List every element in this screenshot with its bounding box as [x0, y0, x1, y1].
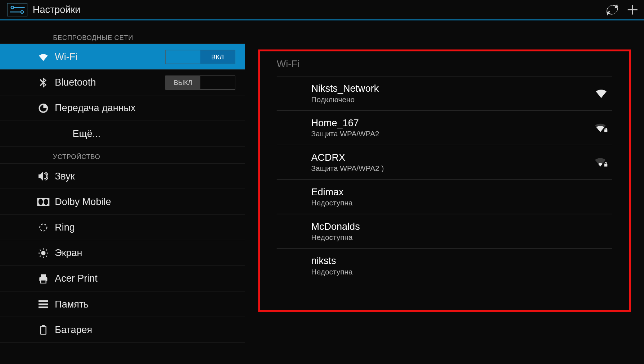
page-title: Настройки — [33, 4, 80, 15]
network-row[interactable]: ACDRX Защита WPA/WPA2 ) — [277, 145, 612, 180]
network-status: Подключено — [311, 95, 593, 104]
wifi-signal-locked-icon — [593, 123, 610, 133]
svg-rect-27 — [605, 128, 607, 130]
sidebar-item-label: Ring — [55, 222, 75, 233]
svg-point-8 — [40, 224, 47, 231]
wifi-signal-locked-icon — [593, 158, 610, 167]
sidebar-item-wifi[interactable]: Wi-Fi ВЫКЛ ВКЛ — [0, 44, 245, 70]
bluetooth-icon — [37, 76, 49, 88]
section-header-wireless: БЕСПРОВОДНЫЕ СЕТИ — [0, 33, 245, 44]
svg-line-15 — [46, 255, 47, 256]
network-name: niksts — [311, 255, 612, 267]
ring-icon — [37, 221, 49, 233]
brightness-icon — [37, 247, 49, 259]
section-header-device: УСТРОЙСТВО — [0, 153, 245, 163]
sidebar-item-bluetooth[interactable]: Bluetooth ВЫКЛ ВКЛ — [0, 70, 245, 95]
sidebar-item-label: Acer Print — [55, 273, 98, 284]
svg-point-0 — [11, 6, 14, 9]
sidebar-item-label: Ещё... — [72, 128, 100, 140]
sidebar-item-dolby[interactable]: Dolby Mobile — [0, 189, 245, 215]
panel-title: Wi-Fi — [277, 54, 612, 77]
printer-icon — [37, 272, 49, 285]
sidebar-item-label: Bluetooth — [55, 77, 96, 88]
sidebar-item-sound[interactable]: Звук — [0, 163, 245, 189]
storage-icon — [37, 298, 49, 310]
svg-line-17 — [40, 255, 41, 256]
wps-button[interactable] — [603, 2, 621, 18]
network-status: Защита WPA/WPA2 — [311, 129, 593, 138]
svg-rect-29 — [605, 162, 607, 164]
network-row[interactable]: Niksts_Network Подключено — [277, 76, 612, 111]
sidebar-item-label: Экран — [55, 247, 82, 259]
svg-rect-25 — [42, 325, 45, 326]
sidebar-item-label: Dolby Mobile — [55, 196, 111, 208]
sound-icon — [37, 170, 49, 182]
sidebar-item-label: Звук — [55, 170, 75, 182]
title-bar: Настройки — [0, 0, 644, 20]
sidebar-item-display[interactable]: Экран — [0, 240, 245, 266]
network-name: McDonalds — [311, 220, 612, 232]
bluetooth-toggle[interactable]: ВЫКЛ ВКЛ — [165, 75, 235, 89]
sidebar-item-print[interactable]: Acer Print — [0, 266, 245, 291]
network-row[interactable]: Home_167 Защита WPA/WPA2 — [277, 111, 612, 145]
svg-rect-22 — [39, 303, 48, 305]
svg-line-14 — [40, 249, 41, 250]
network-name: Niksts_Network — [311, 83, 593, 94]
network-name: Edimax — [311, 186, 612, 198]
network-row[interactable]: niksts Недоступна — [277, 249, 612, 283]
settings-sidebar: БЕСПРОВОДНЫЕ СЕТИ Wi-Fi ВЫКЛ ВКЛ Bluetoo… — [0, 20, 245, 364]
sidebar-item-storage[interactable]: Память — [0, 291, 245, 317]
wifi-panel: Wi-Fi Niksts_Network Подключено Home_167… — [258, 50, 631, 312]
network-row[interactable]: Edimax Недоступна — [277, 180, 612, 214]
svg-line-16 — [46, 249, 47, 250]
sidebar-item-label: Wi-Fi — [55, 51, 77, 63]
sidebar-item-data-usage[interactable]: Передача данных — [0, 95, 245, 121]
network-status: Недоступна — [311, 199, 612, 208]
network-status: Недоступна — [311, 233, 612, 242]
svg-rect-24 — [41, 326, 46, 334]
data-usage-icon — [37, 102, 49, 114]
svg-point-9 — [41, 251, 45, 255]
network-name: Home_167 — [311, 117, 593, 129]
sidebar-item-ring[interactable]: Ring — [0, 215, 245, 240]
sidebar-item-label: Передача данных — [55, 102, 135, 114]
dolby-icon — [37, 195, 49, 208]
sidebar-item-battery[interactable]: Батарея — [0, 317, 245, 343]
sidebar-item-more[interactable]: Ещё... — [0, 121, 245, 146]
app-settings-icon — [7, 3, 27, 17]
svg-point-6 — [39, 199, 43, 205]
svg-rect-23 — [39, 306, 48, 308]
network-status: Недоступна — [311, 268, 612, 277]
network-status: Защита WPA/WPA2 ) — [311, 164, 593, 173]
wifi-toggle[interactable]: ВЫКЛ ВКЛ — [165, 50, 235, 64]
svg-rect-21 — [39, 300, 48, 302]
svg-point-7 — [44, 199, 48, 205]
sidebar-item-label: Батарея — [55, 324, 92, 336]
svg-rect-19 — [41, 274, 46, 277]
add-network-button[interactable] — [624, 2, 641, 18]
wifi-icon — [37, 51, 49, 63]
wifi-signal-icon — [593, 89, 610, 98]
sidebar-item-label: Память — [55, 299, 89, 310]
svg-rect-20 — [41, 280, 46, 283]
network-row[interactable]: McDonalds Недоступна — [277, 214, 612, 249]
battery-icon — [37, 324, 49, 336]
network-name: ACDRX — [311, 152, 593, 163]
content-pane: Wi-Fi Niksts_Network Подключено Home_167… — [245, 20, 644, 364]
svg-point-1 — [21, 10, 23, 13]
